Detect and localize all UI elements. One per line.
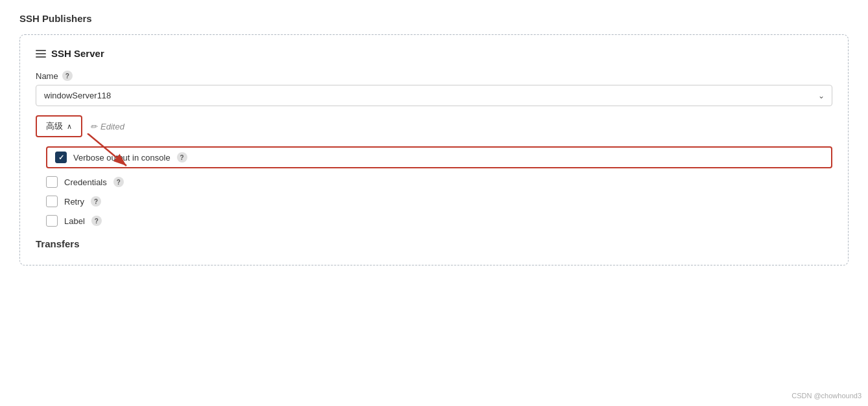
credentials-help-badge[interactable]: ? [113,177,124,187]
edited-label: ✏ Edited [90,122,124,131]
retry-label: Retry [64,197,84,207]
section-title: SSH Publishers [19,13,849,24]
name-label-text: Name [36,71,58,81]
advanced-button[interactable]: 高级 ∧ [37,117,81,136]
credentials-label: Credentials [64,177,107,187]
transfers-title: Transfers [36,238,832,249]
card-header: SSH Server [36,48,832,59]
server-select[interactable]: windowServer118 server2 server3 [36,85,832,106]
name-label: Name ? [36,71,832,81]
advanced-row: 高级 ∧ ✏ Edited [36,115,832,137]
chevron-up-icon: ∧ [67,122,72,131]
verbose-checkbox[interactable] [55,152,67,163]
credentials-row: Credentials ? [46,176,832,188]
retry-checkbox[interactable] [46,196,58,207]
advanced-section: 高级 ∧ ✏ Edited [36,115,832,227]
label-help-badge[interactable]: ? [91,216,102,226]
retry-row: Retry ? [46,196,832,207]
label-row: Label ? [46,215,832,227]
ssh-card: SSH Server Name ? windowServer118 server… [19,34,849,265]
pencil-icon: ✏ [90,122,97,131]
hamburger-icon[interactable] [36,50,46,58]
advanced-btn-wrapper: 高级 ∧ [36,115,82,137]
retry-help-badge[interactable]: ? [91,196,101,207]
card-title: SSH Server [51,48,104,59]
credentials-checkbox[interactable] [46,176,58,188]
checkboxes-section: Verbose output in console ? Credentials … [36,146,832,227]
server-select-wrapper: windowServer118 server2 server3 ⌄ [36,85,832,106]
watermark: CSDN @chowhound3 [792,392,862,400]
label-checkbox[interactable] [46,215,58,227]
verbose-help-badge[interactable]: ? [177,152,187,163]
label-label: Label [64,216,85,226]
name-help-badge[interactable]: ? [62,71,73,81]
edited-text: Edited [100,122,124,131]
verbose-output-row: Verbose output in console ? [46,146,832,168]
name-field-row: Name ? windowServer118 server2 server3 ⌄ [36,71,832,106]
page-container: SSH Publishers SSH Server Name ? windowS… [0,0,868,406]
advanced-label: 高级 [46,120,63,132]
verbose-label: Verbose output in console [73,153,170,163]
